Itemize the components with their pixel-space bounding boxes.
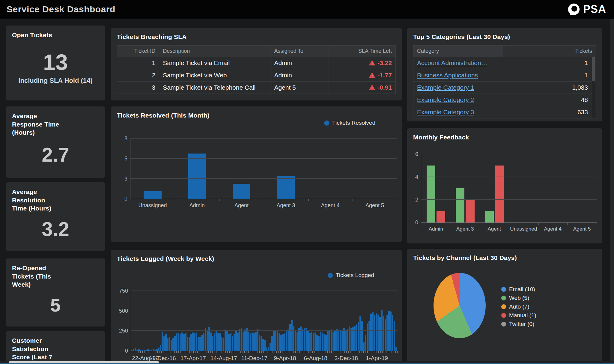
resolved-bar[interactable]	[188, 154, 206, 199]
logged-week-bar[interactable]	[394, 321, 395, 351]
logged-week-bar[interactable]	[289, 324, 291, 351]
logged-week-bar[interactable]	[261, 336, 262, 351]
logged-week-bar[interactable]	[280, 335, 282, 351]
category-link[interactable]: Account Administration…	[417, 59, 487, 67]
logged-week-bar[interactable]	[217, 333, 219, 351]
logged-week-bar[interactable]	[325, 335, 327, 351]
top5-scrollbar-thumb[interactable]	[592, 57, 595, 81]
feedback-bar-negative[interactable]	[437, 211, 445, 222]
logged-week-bar[interactable]	[237, 333, 239, 351]
logged-week-bar[interactable]	[194, 333, 195, 351]
logged-week-bar[interactable]	[359, 316, 361, 351]
logged-week-bar[interactable]	[323, 334, 325, 351]
vertical-scrollbar[interactable]	[610, 19, 614, 364]
logged-week-bar[interactable]	[201, 335, 203, 351]
feedback-bar-positive[interactable]	[485, 211, 494, 222]
pie-legend-item[interactable]: Twitter (0)	[501, 321, 536, 327]
logged-week-bar[interactable]	[187, 337, 188, 351]
logged-week-bar[interactable]	[279, 333, 280, 351]
logged-week-bar[interactable]	[390, 312, 392, 351]
logged-week-bar[interactable]	[171, 340, 172, 351]
chart-legend[interactable]: Tickets Resolved	[324, 120, 375, 126]
logged-week-bar[interactable]	[205, 328, 206, 351]
logged-week-bar[interactable]	[235, 331, 237, 351]
logged-week-bar[interactable]	[298, 328, 300, 351]
logged-week-bar[interactable]	[358, 322, 359, 351]
logged-week-bar[interactable]	[388, 311, 390, 351]
logged-week-bar[interactable]	[327, 331, 329, 351]
logged-week-bar[interactable]	[230, 333, 231, 351]
logged-week-bar[interactable]	[196, 333, 197, 351]
logged-week-bar[interactable]	[386, 315, 388, 351]
logged-week-bar[interactable]	[183, 334, 185, 351]
logged-week-bar[interactable]	[219, 333, 221, 351]
logged-week-bar[interactable]	[255, 332, 257, 351]
logged-week-bar[interactable]	[163, 336, 165, 351]
logged-week-bar[interactable]	[253, 333, 255, 351]
logged-week-bar[interactable]	[314, 333, 316, 351]
feedback-bar-positive[interactable]	[456, 188, 464, 222]
logged-week-bar[interactable]	[246, 328, 248, 351]
logged-week-bar[interactable]	[192, 333, 194, 351]
logged-week-bar[interactable]	[336, 329, 338, 351]
logged-week-bar[interactable]	[322, 333, 323, 351]
logged-week-bar[interactable]	[264, 340, 266, 351]
logged-week-bar[interactable]	[252, 333, 253, 351]
logged-week-bar[interactable]	[332, 332, 334, 351]
logged-week-bar[interactable]	[174, 336, 176, 351]
logged-week-bar[interactable]	[345, 330, 347, 351]
logged-week-bar[interactable]	[309, 333, 311, 351]
logged-week-bar[interactable]	[282, 334, 284, 351]
logged-week-bar[interactable]	[363, 342, 365, 351]
logged-week-bar[interactable]	[203, 333, 204, 351]
logged-week-bar[interactable]	[284, 333, 285, 351]
logged-week-bar[interactable]	[198, 337, 199, 351]
logged-week-bar[interactable]	[243, 332, 244, 351]
logged-week-bar[interactable]	[228, 334, 230, 351]
logged-week-bar[interactable]	[288, 330, 289, 351]
logged-week-bar[interactable]	[377, 315, 379, 351]
pie-legend-item[interactable]: Email (10)	[501, 286, 536, 293]
resolved-bar[interactable]	[144, 191, 161, 199]
logged-week-bar[interactable]	[178, 333, 179, 351]
logged-week-bar[interactable]	[383, 316, 384, 351]
logged-week-bar[interactable]	[320, 332, 321, 351]
logged-week-bar[interactable]	[232, 336, 233, 351]
logged-week-bar[interactable]	[376, 313, 377, 351]
logged-week-bar[interactable]	[370, 314, 372, 351]
logged-week-bar[interactable]	[343, 328, 345, 351]
logged-week-bar[interactable]	[273, 331, 275, 351]
logged-week-bar[interactable]	[271, 336, 273, 351]
logged-week-bar[interactable]	[270, 343, 271, 351]
logged-week-bar[interactable]	[318, 336, 320, 351]
feedback-bar-positive[interactable]	[427, 166, 435, 222]
logged-week-bar[interactable]	[225, 330, 226, 351]
logged-week-bar[interactable]	[212, 336, 213, 351]
logged-week-bar[interactable]	[313, 333, 314, 351]
logged-week-bar[interactable]	[214, 333, 215, 351]
logged-week-bar[interactable]	[354, 326, 356, 351]
logged-week-bar[interactable]	[185, 333, 186, 351]
logged-week-bar[interactable]	[169, 337, 170, 351]
logged-week-bar[interactable]	[244, 330, 246, 351]
logged-week-bar[interactable]	[190, 334, 192, 351]
feedback-bar-negative[interactable]	[495, 166, 504, 222]
logged-week-bar[interactable]	[356, 324, 357, 351]
pie-legend-item[interactable]: Auto (7)	[501, 303, 536, 310]
logged-week-bar[interactable]	[291, 320, 293, 351]
resolved-bar[interactable]	[277, 176, 295, 199]
logged-week-bar[interactable]	[189, 337, 190, 351]
logged-week-bar[interactable]	[365, 335, 366, 351]
logged-week-bar[interactable]	[156, 349, 158, 351]
logged-week-bar[interactable]	[165, 334, 167, 351]
logged-week-bar[interactable]	[160, 345, 161, 351]
logged-week-bar[interactable]	[293, 326, 294, 351]
logged-week-bar[interactable]	[248, 332, 249, 351]
logged-week-bar[interactable]	[302, 329, 303, 351]
logged-week-bar[interactable]	[250, 333, 251, 351]
horizontal-scrollbar[interactable]	[0, 361, 614, 364]
logged-week-bar[interactable]	[316, 335, 318, 351]
logged-week-bar[interactable]	[216, 331, 217, 351]
category-link[interactable]: Example Category 1	[417, 84, 474, 91]
logged-week-bar[interactable]	[392, 315, 393, 351]
